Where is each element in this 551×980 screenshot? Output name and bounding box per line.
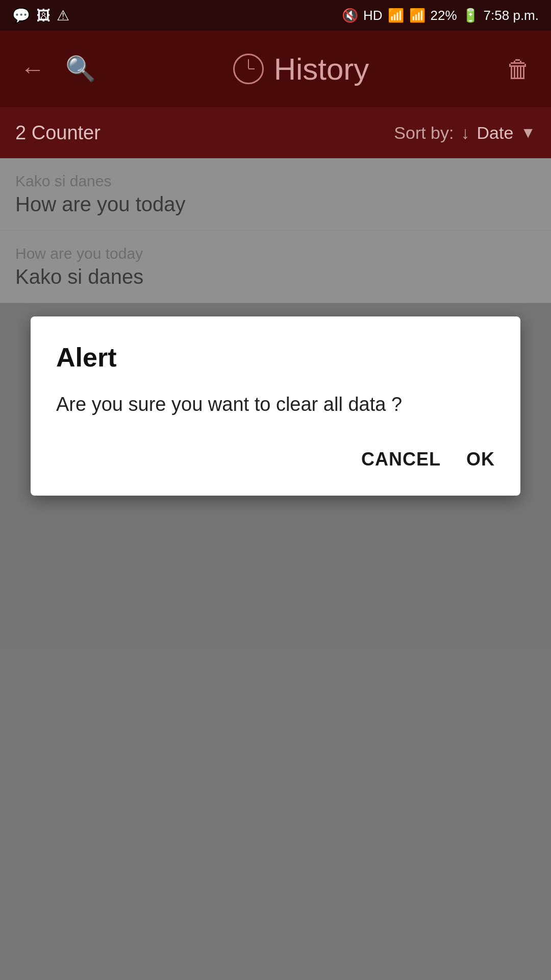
back-button[interactable]: ← [20, 55, 45, 83]
page-title: History [274, 52, 369, 87]
counter-label: 2 Counter [15, 122, 101, 144]
warning-icon: ⚠ [57, 7, 69, 24]
alert-dialog: Alert Are you sure you want to clear all… [31, 316, 520, 496]
cancel-button[interactable]: CANCEL [361, 444, 441, 475]
mute-icon: 🔇 [342, 8, 358, 23]
dialog-title: Alert [56, 342, 495, 373]
status-bar: 💬 🖼 ⚠ 🔇 HD 📶 📶 22% 🔋 7:58 p.m. [0, 0, 551, 31]
status-bar-right: 🔇 HD 📶 📶 22% 🔋 7:58 p.m. [342, 8, 539, 23]
dialog-message: Are you sure you want to clear all data … [56, 391, 495, 418]
dropdown-arrow-icon: ▼ [520, 124, 536, 141]
content-area: Kako si danes How are you today How are … [0, 158, 551, 980]
image-icon: 🖼 [36, 7, 51, 24]
hd-label: HD [363, 8, 383, 23]
status-bar-left: 💬 🖼 ⚠ [12, 7, 69, 24]
search-button[interactable]: 🔍 [65, 55, 96, 83]
battery-icon: 🔋 [462, 8, 479, 23]
sort-by-label: Sort by: [394, 123, 454, 143]
header-title-group: History [233, 52, 369, 87]
signal-icon-2: 📶 [409, 8, 425, 23]
clock-icon [233, 54, 264, 84]
counter-bar: 2 Counter Sort by: ↓ Date ▼ [0, 107, 551, 158]
sort-arrow-icon: ↓ [461, 123, 469, 143]
time-label: 7:58 p.m. [484, 8, 539, 23]
whatsapp-icon: 💬 [12, 7, 30, 24]
sort-value-label: Date [477, 123, 513, 143]
delete-button[interactable]: 🗑 [506, 55, 531, 83]
header-left: ← 🔍 [20, 55, 96, 83]
signal-icon: 📶 [388, 8, 404, 23]
battery-percent: 22% [431, 8, 457, 23]
dialog-buttons: CANCEL OK [56, 444, 495, 475]
header: ← 🔍 History 🗑 [0, 31, 551, 107]
overlay [0, 158, 551, 980]
sort-group[interactable]: Sort by: ↓ Date ▼ [394, 123, 536, 143]
ok-button[interactable]: OK [466, 444, 495, 475]
